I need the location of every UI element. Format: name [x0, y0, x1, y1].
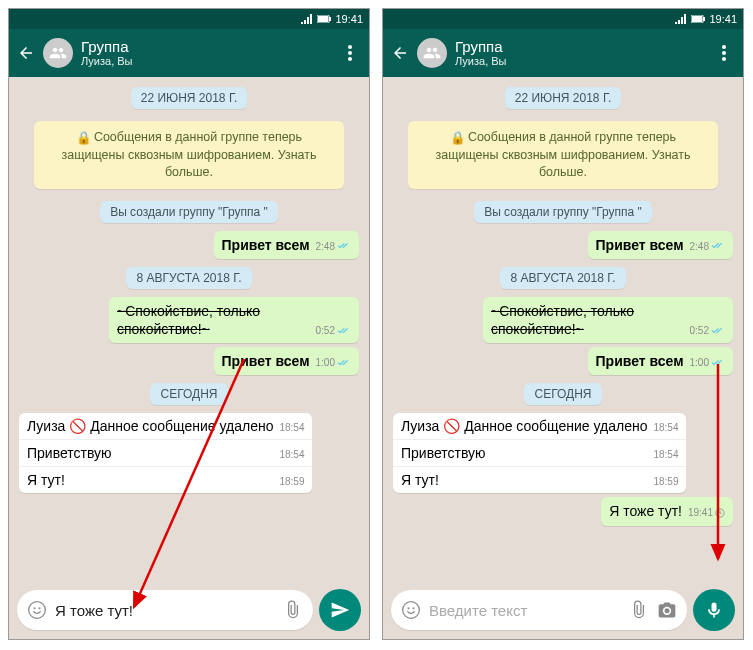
- date-separator: 22 ИЮНЯ 2018 Г.: [131, 87, 248, 109]
- message-meta: 18:54: [653, 449, 678, 460]
- encryption-notice[interactable]: 🔒Сообщения в данной группе теперь защище…: [408, 121, 718, 189]
- send-button[interactable]: [319, 589, 361, 631]
- message-meta: 0:52: [690, 324, 725, 337]
- chat-title-area[interactable]: Группа Луиза, Вы: [455, 38, 705, 68]
- system-message: Вы создали группу "Группа ": [100, 201, 278, 223]
- date-separator: 8 АВГУСТА 2018 Г.: [126, 267, 251, 289]
- svg-rect-11: [692, 16, 702, 22]
- system-message: Вы создали группу "Группа ": [474, 201, 652, 223]
- svg-rect-1: [318, 16, 328, 22]
- date-separator: СЕГОДНЯ: [150, 383, 227, 405]
- message-text: Приветствую: [401, 445, 486, 461]
- camera-button[interactable]: [657, 600, 677, 620]
- read-ticks-icon: [337, 358, 351, 368]
- read-ticks-icon: [337, 326, 351, 336]
- svg-point-8: [39, 607, 41, 609]
- message-meta: 19:41: [688, 506, 725, 519]
- message-text: Я тут!: [27, 472, 65, 488]
- message-meta: 1:00: [690, 356, 725, 369]
- message-out[interactable]: ~Спокойствие, только спокойствие!~ 0:52: [483, 297, 733, 343]
- message-input-wrap: Я тоже тут!: [17, 590, 313, 630]
- phone-right: 19:41 Группа Луиза, Вы 22 ИЮНЯ 2018 Г. 🔒…: [382, 8, 744, 640]
- emoji-button[interactable]: [401, 600, 421, 620]
- message-out[interactable]: Привет всем 1:00: [214, 347, 359, 375]
- message-out[interactable]: Привет всем 2:48: [588, 231, 733, 259]
- svg-point-7: [34, 607, 36, 609]
- message-out[interactable]: ~Спокойствие, только спокойствие!~ 0:52: [109, 297, 359, 343]
- chat-scroll-area[interactable]: 22 ИЮНЯ 2018 Г. 🔒Сообщения в данной груп…: [9, 77, 369, 583]
- group-avatar[interactable]: [43, 38, 73, 68]
- read-ticks-icon: [711, 326, 725, 336]
- status-bar: 19:41: [383, 9, 743, 29]
- emoji-button[interactable]: [27, 600, 47, 620]
- read-ticks-icon: [337, 241, 351, 251]
- lock-icon: 🔒: [76, 130, 92, 147]
- signal-icon: [301, 14, 313, 24]
- status-time: 19:41: [709, 13, 737, 25]
- group-avatar[interactable]: [417, 38, 447, 68]
- message-meta: 18:54: [279, 449, 304, 460]
- chat-subtitle: Луиза, Вы: [455, 55, 705, 68]
- message-meta: 18:59: [279, 476, 304, 487]
- date-separator: СЕГОДНЯ: [524, 383, 601, 405]
- signal-icon: [675, 14, 687, 24]
- status-bar: 19:41: [9, 9, 369, 29]
- battery-icon: [317, 15, 331, 23]
- message-meta: 2:48: [690, 240, 725, 253]
- chat-subtitle: Луиза, Вы: [81, 55, 331, 68]
- message-in-group[interactable]: Луиза 🚫 Данное сообщение удалено 18:54 П…: [19, 413, 312, 493]
- back-button[interactable]: [391, 44, 409, 62]
- message-out[interactable]: Привет всем 2:48: [214, 231, 359, 259]
- message-text: Приветствую: [27, 445, 112, 461]
- message-text: ~Спокойствие, только спокойствие!~: [117, 303, 260, 337]
- svg-point-5: [348, 57, 352, 61]
- svg-point-17: [403, 602, 420, 619]
- chat-scroll-area[interactable]: 22 ИЮНЯ 2018 Г. 🔒Сообщения в данной груп…: [383, 77, 743, 583]
- composer-bar: Введите текст: [383, 583, 743, 639]
- mic-button[interactable]: [693, 589, 735, 631]
- svg-point-6: [29, 602, 46, 619]
- message-meta: 0:52: [316, 324, 351, 337]
- chat-title-area[interactable]: Группа Луиза, Вы: [81, 38, 331, 68]
- svg-rect-2: [329, 17, 331, 21]
- svg-point-4: [348, 51, 352, 55]
- app-bar: Группа Луиза, Вы: [9, 29, 369, 77]
- message-meta: 18:54: [279, 422, 304, 433]
- overflow-menu-button[interactable]: [713, 45, 735, 61]
- svg-point-19: [413, 607, 415, 609]
- message-input-wrap: Введите текст: [391, 590, 687, 630]
- message-text: Привет всем: [596, 237, 684, 253]
- chat-title: Группа: [455, 38, 705, 55]
- message-meta: 18:59: [653, 476, 678, 487]
- overflow-menu-button[interactable]: [339, 45, 361, 61]
- message-in-group[interactable]: Луиза 🚫 Данное сообщение удалено 18:54 П…: [393, 413, 686, 493]
- read-ticks-icon: [711, 241, 725, 251]
- chat-title: Группа: [81, 38, 331, 55]
- status-time: 19:41: [335, 13, 363, 25]
- svg-point-15: [722, 57, 726, 61]
- message-input[interactable]: Я тоже тут!: [55, 602, 275, 619]
- svg-point-3: [348, 45, 352, 49]
- phone-left: 19:41 Группа Луиза, Вы 22 ИЮНЯ 2018 Г. 🔒…: [8, 8, 370, 640]
- back-button[interactable]: [17, 44, 35, 62]
- message-out[interactable]: Привет всем 1:00: [588, 347, 733, 375]
- message-input[interactable]: Введите текст: [429, 602, 621, 619]
- app-bar: Группа Луиза, Вы: [383, 29, 743, 77]
- attach-button[interactable]: [283, 600, 303, 620]
- svg-rect-12: [703, 17, 705, 21]
- encryption-notice[interactable]: 🔒Сообщения в данной группе теперь защище…: [34, 121, 344, 189]
- blocked-icon: 🚫: [443, 418, 460, 434]
- message-text: Я тут!: [401, 472, 439, 488]
- date-separator: 8 АВГУСТА 2018 Г.: [500, 267, 625, 289]
- message-text: Я тоже тут!: [609, 503, 682, 519]
- clock-icon: [715, 508, 725, 518]
- message-out[interactable]: Я тоже тут! 19:41: [601, 497, 733, 525]
- svg-point-18: [408, 607, 410, 609]
- date-separator: 22 ИЮНЯ 2018 Г.: [505, 87, 622, 109]
- message-text: Данное сообщение удалено: [90, 418, 273, 434]
- message-text: Привет всем: [222, 353, 310, 369]
- message-meta: 2:48: [316, 240, 351, 253]
- lock-icon: 🔒: [450, 130, 466, 147]
- message-text: ~Спокойствие, только спокойствие!~: [491, 303, 634, 337]
- attach-button[interactable]: [629, 600, 649, 620]
